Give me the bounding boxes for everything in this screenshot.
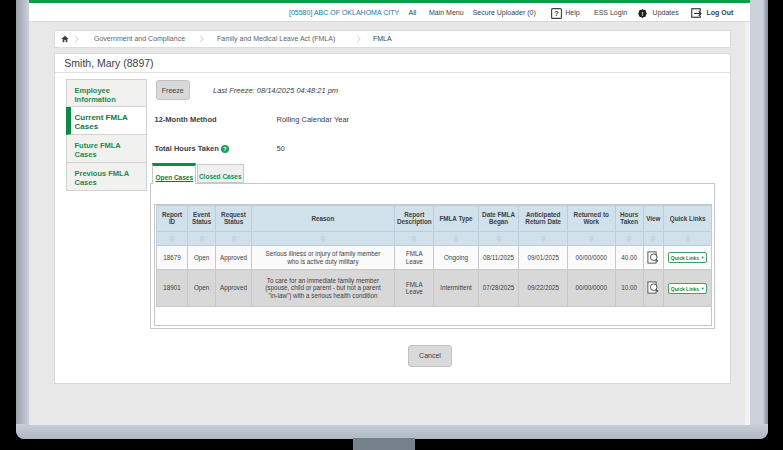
svg-text:!: ! xyxy=(641,10,643,16)
svg-text:?: ? xyxy=(554,9,559,18)
